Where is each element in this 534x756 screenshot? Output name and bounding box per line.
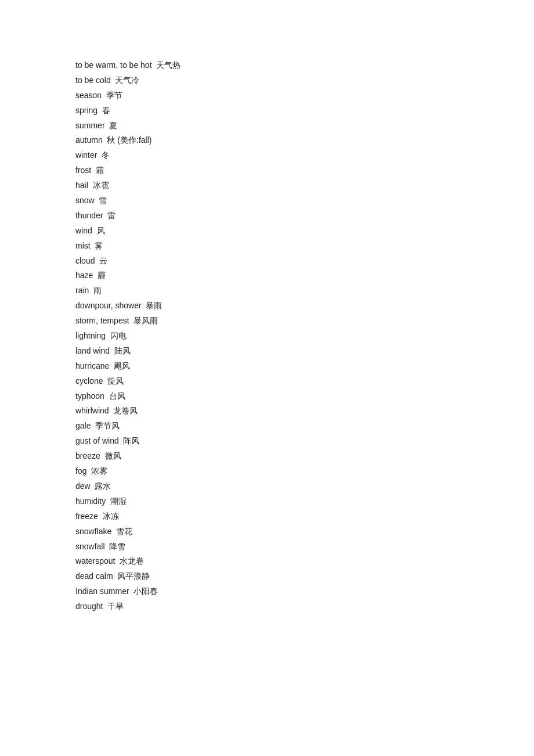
list-item: fog 浓雾 bbox=[75, 464, 534, 479]
list-item: wind 风 bbox=[75, 224, 534, 239]
list-item: drought 干旱 bbox=[75, 599, 534, 614]
list-item: downpour, shower 暴雨 bbox=[75, 298, 534, 314]
list-item: gale 季节风 bbox=[75, 419, 534, 434]
list-item: Indian summer 小阳春 bbox=[75, 584, 534, 599]
list-item: summer 夏 bbox=[75, 118, 534, 134]
list-item: land wind 陆风 bbox=[75, 344, 534, 359]
list-item: rain 雨 bbox=[75, 283, 534, 298]
list-item: cloud 云 bbox=[75, 254, 534, 269]
list-item: waterspout 水龙卷 bbox=[75, 554, 534, 569]
list-item: to be cold 天气冷 bbox=[75, 73, 534, 88]
list-item: dead calm 风平浪静 bbox=[75, 569, 534, 584]
list-item: freeze 冰冻 bbox=[75, 509, 534, 524]
list-item: season 季节 bbox=[75, 88, 534, 103]
list-item: to be warm, to be hot 天气热 bbox=[75, 58, 534, 73]
list-item: mist 雾 bbox=[75, 239, 534, 254]
list-item: snowfall 降雪 bbox=[75, 539, 534, 555]
list-item: hail 冰雹 bbox=[75, 178, 534, 193]
list-item: frost 霜 bbox=[75, 163, 534, 178]
list-item: breeze 微风 bbox=[75, 449, 534, 464]
list-item: haze 霾 bbox=[75, 268, 534, 283]
list-item: gust of wind 阵风 bbox=[75, 434, 534, 449]
list-item: snowflake 雪花 bbox=[75, 524, 534, 539]
vocabulary-list: to be warm, to be hot 天气热to be cold 天气冷s… bbox=[75, 58, 534, 614]
list-item: thunder 雷 bbox=[75, 208, 534, 224]
list-item: winter 冬 bbox=[75, 148, 534, 163]
list-item: autumn 秋 (美作:fall) bbox=[75, 133, 534, 148]
list-item: lightning 闪电 bbox=[75, 329, 534, 344]
list-item: whirlwind 龙卷风 bbox=[75, 404, 534, 419]
list-item: typhoon 台风 bbox=[75, 389, 534, 404]
main-content: to be warm, to be hot 天气热to be cold 天气冷s… bbox=[0, 0, 534, 614]
list-item: cyclone 旋风 bbox=[75, 374, 534, 389]
list-item: storm, tempest 暴风雨 bbox=[75, 314, 534, 329]
list-item: spring 春 bbox=[75, 103, 534, 118]
list-item: dew 露水 bbox=[75, 479, 534, 494]
list-item: snow 雪 bbox=[75, 193, 534, 208]
list-item: hurricane 飓风 bbox=[75, 359, 534, 374]
list-item: humidity 潮湿 bbox=[75, 494, 534, 509]
